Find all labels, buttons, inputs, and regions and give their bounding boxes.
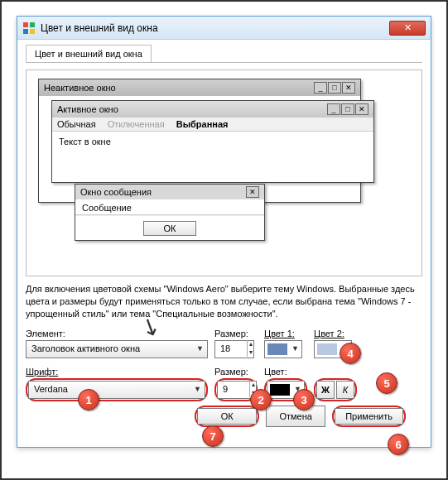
- element-combo[interactable]: Заголовок активного окна: [26, 340, 208, 358]
- minimize-icon[interactable]: _: [314, 82, 327, 94]
- menu-selected[interactable]: Выбранная: [176, 119, 229, 129]
- maximize-icon[interactable]: □: [341, 103, 354, 115]
- tabstrip: Цвет и внешний вид окна: [26, 45, 422, 63]
- label-color1: Цвет 1:: [264, 329, 307, 338]
- window-title: Цвет и внешний вид окна: [41, 22, 389, 34]
- svg-rect-3: [30, 29, 35, 34]
- bold-button[interactable]: Ж: [316, 381, 335, 399]
- label-font: Шрифт:: [26, 367, 208, 377]
- badge-5: 5: [376, 372, 397, 394]
- svg-rect-2: [23, 29, 28, 34]
- color1-picker[interactable]: [264, 340, 302, 358]
- menu-disabled: Отключенная: [108, 119, 165, 129]
- label-size2: Размер:: [214, 367, 258, 377]
- app-icon: [22, 22, 36, 35]
- apply-button[interactable]: Применить: [335, 408, 403, 425]
- italic-button[interactable]: К: [336, 381, 354, 399]
- badge-4: 4: [340, 343, 361, 364]
- active-window-title: Активное окно _ □ ✕: [52, 101, 373, 118]
- close-button[interactable]: ✕: [389, 21, 426, 36]
- description-text: Для включения цветовой схемы "Windows Ae…: [26, 283, 422, 320]
- titlebar: Цвет и внешний вид окна ✕: [17, 17, 431, 40]
- svg-rect-0: [23, 22, 28, 27]
- preview-area: Неактивное окно _ □ ✕ Активное окно _ □ …: [26, 70, 422, 276]
- label-element: Элемент:: [26, 329, 208, 338]
- msgbox-ok-button[interactable]: ОК: [143, 221, 196, 236]
- maximize-icon[interactable]: □: [328, 82, 341, 94]
- cancel-button[interactable]: Отмена: [266, 406, 325, 427]
- minimize-icon[interactable]: _: [327, 103, 340, 115]
- tab-appearance[interactable]: Цвет и внешний вид окна: [26, 45, 152, 62]
- badge-3: 3: [293, 389, 315, 410]
- label-size1: Размер:: [214, 329, 258, 338]
- svg-rect-1: [30, 22, 35, 27]
- msgbox-title: Окно сообщения: [80, 187, 246, 197]
- badge-6: 6: [388, 434, 409, 455]
- font-combo[interactable]: Verdana: [28, 381, 205, 399]
- msgbox-text: Сообщение: [75, 199, 264, 215]
- label-color2: Цвет 2:: [314, 329, 357, 338]
- preview-body-text: Текст в окне: [52, 132, 373, 151]
- close-icon[interactable]: ✕: [342, 82, 355, 94]
- badge-2: 2: [250, 389, 272, 410]
- element-size-spin[interactable]: 18: [214, 340, 254, 358]
- ok-button[interactable]: ОК: [197, 408, 257, 425]
- badge-1: 1: [78, 389, 99, 410]
- menu-normal[interactable]: Обычная: [57, 119, 96, 129]
- label-fontcolor: Цвет:: [264, 367, 307, 377]
- preview-menubar: Обычная Отключенная Выбранная: [52, 118, 373, 132]
- close-icon[interactable]: ✕: [246, 186, 259, 198]
- inactive-window-title: Неактивное окно _ □ ✕: [39, 79, 360, 96]
- close-icon[interactable]: ✕: [355, 103, 369, 115]
- preview-msgbox: Окно сообщения ✕ Сообщение ОК: [75, 184, 265, 241]
- badge-7: 7: [202, 425, 224, 447]
